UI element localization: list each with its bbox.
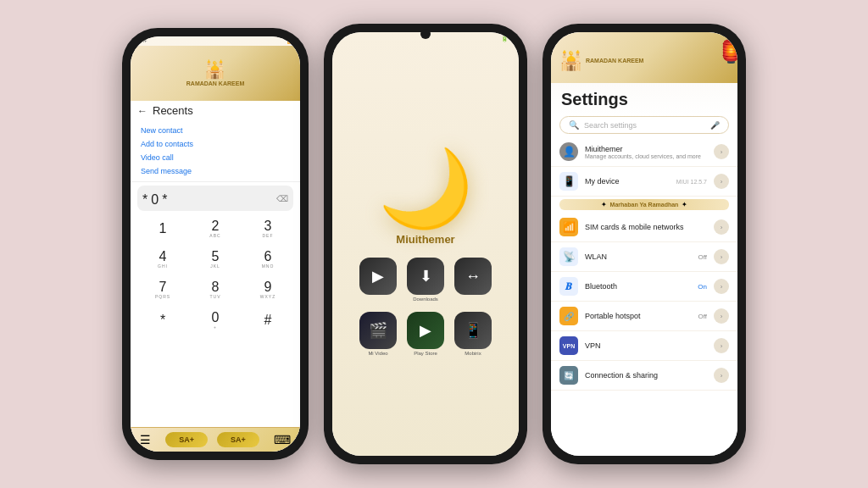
settings-arrow-mydevice: › <box>714 174 729 189</box>
dialer-key-8[interactable]: 8TUV <box>190 275 241 304</box>
phone2: 🔋 🌙 Miuithemer ▶ ⬇ Downloads ↔ <box>324 24 527 464</box>
mosque-icon-3: 🕌 <box>559 50 582 72</box>
dialer-key-9[interactable]: 9WXYZ <box>242 275 293 304</box>
phone1-menu: New contact Add to contacts Video call S… <box>131 120 300 182</box>
dialer-key-5[interactable]: 5JKL <box>190 245 241 274</box>
banner-decoration-left: ✦ <box>601 201 607 208</box>
status-right-1: 📶 <box>287 38 293 44</box>
dialer-area: *0* ⌫ 1 2ABC 3DEF 4GHI 5JKL 6MNO 7PQRS 8… <box>131 182 300 427</box>
menu-add-contacts[interactable]: Add to contacts <box>141 137 290 151</box>
app-icon-5[interactable]: ▶ <box>407 312 444 349</box>
home-app-label: Miuithemer <box>396 233 454 246</box>
settings-icon-mydevice: 📱 <box>559 172 578 191</box>
app-icon-3[interactable]: ↔ <box>454 258 492 295</box>
home-status-right: 🔋 <box>501 36 509 42</box>
settings-item-right-wlan: Off <box>698 253 707 261</box>
dialer-key-2[interactable]: 2ABC <box>190 214 241 243</box>
menu-video-call[interactable]: Video call <box>141 151 290 164</box>
settings-item-content-wlan: WLAN <box>585 252 691 261</box>
app-icon-4[interactable]: 🎬 <box>359 312 397 349</box>
settings-item-right-mydevice: MIUI 12.5.7 <box>676 179 707 185</box>
phone3: 15:22 🔋📶 🕌 RAMADAN KAREEM 🏮 Settings 🔍 S… <box>542 24 746 464</box>
dialer-delete[interactable]: ⌫ <box>276 194 288 203</box>
ramadan-title-1: RAMADAN KAREEM <box>186 80 244 88</box>
phone1-bottom-bar: ☰ SA+ SA+ ⌨ <box>131 427 300 452</box>
settings-arrow-miuithemer: › <box>714 144 729 159</box>
app-wrapper-6: 📱 Mobirix <box>454 312 492 356</box>
settings-page-title: Settings <box>551 83 737 113</box>
ramadan-banner: ✦ Marhaban Ya Ramadhan ✦ <box>551 197 737 213</box>
settings-item-sim[interactable]: 📶 SIM cards & mobile networks › <box>551 213 737 242</box>
settings-arrow-vpn: › <box>714 338 729 353</box>
settings-item-miuithemer[interactable]: 👤 Miuithemer Manage accounts, cloud serv… <box>551 137 737 167</box>
dialer-display: *0* <box>142 187 170 209</box>
dialpad-icon[interactable]: ⌨ <box>269 433 296 446</box>
settings-arrow-sim: › <box>714 219 729 235</box>
settings-item-title-connection: Connection & sharing <box>585 371 707 380</box>
app-icon-6[interactable]: 📱 <box>454 312 492 349</box>
settings-item-content-bluetooth: Bluetooth <box>585 282 691 291</box>
phone1-screen: SA+ 📶 🕌 RAMADAN KAREEM ← Recents New con… <box>131 36 300 452</box>
app-wrapper-4: 🎬 Mi Video <box>359 312 397 356</box>
search-voice-icon[interactable]: 🎤 <box>710 121 720 130</box>
app-icon-2[interactable]: ⬇ <box>407 258 444 295</box>
ramadan-banner-text: Marhaban Ya Ramadhan <box>610 202 679 208</box>
dialer-key-hash[interactable]: # <box>242 306 293 335</box>
sa-btn-1[interactable]: SA+ <box>165 432 208 447</box>
recents-title: Recents <box>153 104 193 117</box>
app-label-6: Mobirix <box>465 351 481 356</box>
phone1-topbar: ← Recents <box>131 101 300 120</box>
dialer-grid: 1 2ABC 3DEF 4GHI 5JKL 6MNO 7PQRS 8TUV 9W… <box>137 214 293 335</box>
settings-item-hotspot[interactable]: 🔗 Portable hotspot Off › <box>551 302 737 331</box>
settings-item-content-sim: SIM cards & mobile networks <box>585 223 707 231</box>
settings-list: 👤 Miuithemer Manage accounts, cloud serv… <box>551 137 737 456</box>
settings-item-right-bluetooth: On <box>698 283 707 291</box>
settings-item-vpn[interactable]: VPN VPN › <box>551 331 737 361</box>
settings-arrow-connection: › <box>714 368 729 383</box>
search-bar[interactable]: 🔍 Search settings 🎤 <box>559 116 729 134</box>
settings-arrow-hotspot: › <box>714 308 729 324</box>
search-placeholder: Search settings <box>584 121 637 130</box>
app-wrapper-5: ▶ Play Store <box>407 312 444 356</box>
phone1-header: 🕌 RAMADAN KAREEM <box>131 46 300 101</box>
miui-version: MIUI 12.5.7 <box>676 179 707 185</box>
dialer-key-star[interactable]: * <box>137 306 188 335</box>
settings-item-title-bluetooth: Bluetooth <box>585 282 691 291</box>
dialer-key-0[interactable]: 0+ <box>190 306 241 335</box>
sa-btn-2[interactable]: SA+ <box>217 432 259 447</box>
settings-icon-bluetooth: 𝑩 <box>559 277 578 296</box>
status-left-1: SA+ <box>137 38 147 44</box>
settings-icon-vpn: VPN <box>559 336 578 355</box>
settings-item-wlan[interactable]: 📡 WLAN Off › <box>551 242 737 272</box>
menu-new-contact[interactable]: New contact <box>141 124 290 137</box>
settings-item-mydevice[interactable]: 📱 My device MIUI 12.5.7 › <box>551 167 737 197</box>
settings-item-bluetooth[interactable]: 𝑩 Bluetooth On › <box>551 272 737 302</box>
app-icon-1[interactable]: ▶ <box>359 258 397 295</box>
settings-item-title-sim: SIM cards & mobile networks <box>585 223 707 231</box>
dialer-key-4[interactable]: 4GHI <box>137 245 188 274</box>
back-button[interactable]: ← <box>137 105 147 117</box>
app-row-1: ▶ ⬇ Downloads ↔ <box>359 258 492 302</box>
settings-arrow-wlan: › <box>714 249 729 264</box>
settings-item-title-wlan: WLAN <box>585 252 691 261</box>
dialer-key-1[interactable]: 1 <box>137 214 188 243</box>
app-label-5: Play Store <box>414 351 437 356</box>
settings-item-content-vpn: VPN <box>585 341 707 350</box>
app-wrapper-1: ▶ <box>359 258 397 302</box>
settings-icon-hotspot: 🔗 <box>559 307 578 325</box>
dialer-key-3[interactable]: 3DEF <box>242 214 293 243</box>
menu-icon[interactable]: ☰ <box>135 433 156 446</box>
dialer-key-6[interactable]: 6MNO <box>242 245 293 274</box>
app-row-2: 🎬 Mi Video ▶ Play Store 📱 Mobirix <box>359 312 492 356</box>
dialer-key-7[interactable]: 7PQRS <box>137 275 188 304</box>
menu-send-message[interactable]: Send message <box>141 164 290 178</box>
phone1: SA+ 📶 🕌 RAMADAN KAREEM ← Recents New con… <box>122 28 309 460</box>
status-bar-1: SA+ 📶 <box>131 36 300 46</box>
home-centerpiece: 🌙 Miuithemer ▶ ⬇ Downloads ↔ <box>359 32 492 456</box>
settings-item-content-miuithemer: Miuithemer Manage accounts, cloud servic… <box>585 145 707 159</box>
settings-icon-sim: 📶 <box>559 218 578 236</box>
settings-item-content-connection: Connection & sharing <box>585 371 707 380</box>
settings-item-connection[interactable]: 🔄 Connection & sharing › <box>551 361 737 391</box>
app-wrapper-3: ↔ <box>454 258 492 302</box>
settings-item-right-hotspot: Off <box>698 313 707 320</box>
